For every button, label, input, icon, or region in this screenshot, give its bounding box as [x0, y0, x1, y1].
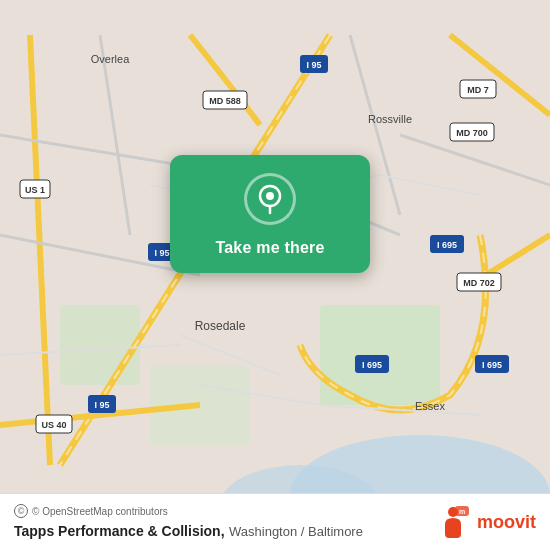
- svg-line-10: [450, 35, 550, 115]
- moovit-logo: m moovit: [435, 504, 536, 540]
- svg-text:I 95: I 95: [94, 400, 109, 410]
- svg-text:US 40: US 40: [41, 420, 66, 430]
- osm-credit: © © OpenStreetMap contributors: [14, 504, 363, 518]
- svg-text:Rosedale: Rosedale: [195, 319, 246, 333]
- svg-line-8: [30, 35, 50, 465]
- bottom-info: © © OpenStreetMap contributors Tapps Per…: [14, 504, 363, 540]
- osm-credit-text: © OpenStreetMap contributors: [32, 506, 168, 517]
- svg-rect-3: [60, 305, 140, 385]
- svg-text:I 95: I 95: [306, 60, 321, 70]
- place-location: Washington / Baltimore: [229, 524, 363, 539]
- svg-text:Overlea: Overlea: [91, 53, 130, 65]
- take-me-there-button[interactable]: Take me there: [215, 239, 324, 257]
- svg-text:I 695: I 695: [362, 360, 382, 370]
- copyright-icon: ©: [14, 504, 28, 518]
- svg-point-53: [266, 192, 274, 200]
- map-roads: I 95 I 95 I 95 I 695 I 695 I 695 US 1 US…: [0, 0, 550, 550]
- bottom-bar: © © OpenStreetMap contributors Tapps Per…: [0, 493, 550, 550]
- svg-text:MD 588: MD 588: [209, 96, 241, 106]
- svg-text:I 695: I 695: [437, 240, 457, 250]
- svg-line-18: [400, 135, 550, 185]
- svg-line-12: [100, 35, 130, 235]
- svg-text:m: m: [459, 508, 465, 515]
- svg-line-11: [0, 135, 180, 165]
- svg-text:US 1: US 1: [25, 185, 45, 195]
- svg-text:Rossville: Rossville: [368, 113, 412, 125]
- map-container: I 95 I 95 I 95 I 695 I 695 I 695 US 1 US…: [0, 0, 550, 550]
- svg-text:MD 702: MD 702: [463, 278, 495, 288]
- action-card: Take me there: [170, 155, 370, 273]
- location-icon-wrapper: [244, 173, 296, 225]
- svg-text:Essex: Essex: [415, 400, 445, 412]
- moovit-icon: m: [435, 504, 471, 540]
- svg-text:MD 7: MD 7: [467, 85, 489, 95]
- location-pin-icon: [254, 183, 286, 215]
- place-name: Tapps Performance & Collision,: [14, 523, 225, 539]
- svg-text:MD 700: MD 700: [456, 128, 488, 138]
- svg-text:I 95: I 95: [154, 248, 169, 258]
- svg-text:I 695: I 695: [482, 360, 502, 370]
- moovit-text: moovit: [477, 512, 536, 533]
